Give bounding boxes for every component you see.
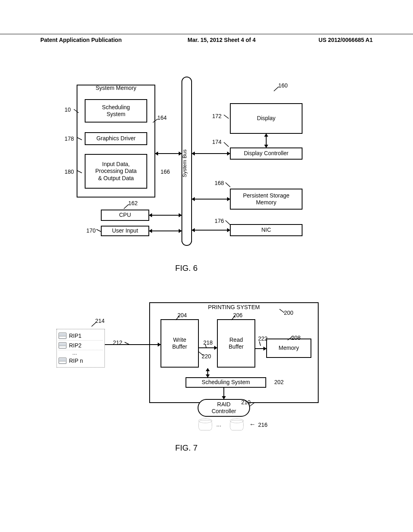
ref-160: 160 [278,82,288,89]
scheduling-system-label-7: Scheduling System [202,379,250,386]
conn-sysmem-bus [155,153,181,154]
nic-box: NIC [230,224,302,236]
header-publication: Patent Application Publication [40,34,171,43]
ref-174: 174 [212,139,221,145]
display-controller-box: Display Controller [230,148,302,160]
tick-220 [198,351,204,356]
conn-bus-nic [192,230,230,231]
header-date-sheet: Mar. 15, 2012 Sheet 4 of 4 [171,34,272,43]
ref-162: 162 [128,200,138,206]
conn-wbuf-sched [207,368,208,377]
rip-row-1: RIP1 [58,331,103,341]
ref-166: 166 [161,168,170,175]
tick-176 [225,220,231,226]
ref-212: 212 [113,339,122,346]
fig6-caption: FIG. 6 [166,264,206,273]
figure-6: System Memory Scheduling System Graphics… [60,81,343,258]
figure-7: PRINTING SYSTEM Write Buffer Read Buffer… [56,294,347,435]
rip-dots: … [58,350,103,356]
persistent-storage-label: Persistent Storage Memory [243,192,289,206]
memory-label: Memory [279,345,299,352]
ref-170: 170 [86,227,96,234]
persistent-storage-box: Persistent Storage Memory [230,189,302,210]
tick-200 [279,308,285,314]
tick-180 [77,170,82,176]
nic-label: NIC [261,227,271,234]
graphics-driver-label: Graphics Driver [96,135,136,142]
conn-sched-raid [223,388,224,399]
read-buffer-box: Read Buffer [217,319,255,368]
display-controller-label: Display Controller [244,150,288,157]
user-input-label: User Input [112,227,138,235]
cpu-label: CPU [119,212,131,219]
fig7-caption: FIG. 7 [166,443,206,453]
conn-cpu-bus [149,215,181,216]
tick-174 [223,142,229,148]
disk-icon [198,420,212,430]
ref-216: 216 [258,422,267,428]
display-label: Display [257,115,275,122]
scheduling-system-label: Scheduling System [102,104,130,118]
ripn-label: RIP n [69,357,83,364]
tick-162 [123,204,129,210]
user-input-box: User Input [101,226,149,236]
disk-icon [230,420,244,430]
system-memory-title: System Memory [77,85,155,96]
tick-206 [230,315,236,321]
ref-172: 172 [212,113,221,119]
cpu-box: CPU [101,210,149,221]
read-buffer-label: Read Buffer [229,337,244,351]
write-buffer-label: Write Buffer [172,337,187,351]
tick-212 [124,342,130,347]
disk-dots: … [216,422,222,428]
ref-164: 164 [157,114,167,121]
rip2-label: RIP2 [69,342,81,349]
page-header: Patent Application Publication Mar. 15, … [0,34,413,47]
tick-222 [257,341,262,347]
scheduling-system-box: Scheduling System [85,99,147,123]
tick-178 [77,137,82,143]
tick-170 [96,229,102,235]
rip-row-n: RIP n [58,356,103,366]
graphics-driver-box: Graphics Driver [85,132,147,145]
system-bus-label: System Bus [181,145,192,181]
tick-164 [152,118,158,124]
display-box: Display [230,103,302,134]
ref-180: 180 [65,168,74,175]
tick-168 [225,182,231,188]
ref-10: 10 [65,106,71,113]
conn-bus-dispctrl [192,153,230,154]
ref-178: 178 [65,135,74,142]
tick-210 [249,402,255,408]
ref-202: 202 [274,379,284,385]
write-buffer-box: Write Buffer [161,319,199,368]
rip1-label: RIP1 [69,332,81,339]
server-icon [58,342,67,349]
arrow-216: ← [249,421,256,428]
conn-bus-pmem [192,199,230,200]
conn-rbuf-mem [255,348,266,349]
scheduling-system-box-7: Scheduling System [186,377,266,388]
server-icon [58,332,67,339]
tick-208 [287,336,293,342]
tick-214 [91,322,97,327]
ref-168: 168 [215,180,224,186]
server-icon [58,357,67,364]
raid-controller-label: RAID Controller [212,401,236,415]
header-docnum: US 2012/0066685 A1 [272,34,373,43]
rip-row-2: RIP2 [58,341,103,350]
ref-176: 176 [215,218,224,224]
ref-200: 200 [284,310,293,316]
tick-172 [223,114,229,120]
tick-218 [202,344,208,350]
io-data-box: Input Data, Processing Data & Output Dat… [85,154,147,189]
tick-204 [174,315,180,321]
rip-list: RIP1 RIP2 … RIP n [56,329,105,368]
io-data-label: Input Data, Processing Data & Output Dat… [95,161,137,182]
tick-160 [273,86,279,92]
conn-display-ctrl [266,134,267,148]
conn-userinput-bus [149,231,181,231]
tick-10 [73,109,79,114]
